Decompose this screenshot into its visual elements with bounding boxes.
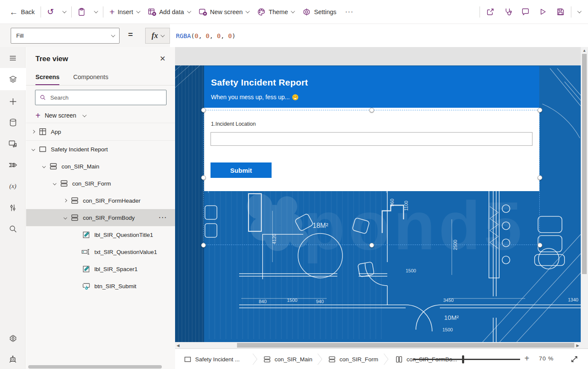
app-subtitle-label[interactable]: When you mess up, fess up... <box>211 94 298 100</box>
rail-insert-button[interactable] <box>0 90 26 112</box>
theme-button[interactable]: Theme <box>253 0 298 24</box>
item-more-button[interactable]: ··· <box>159 214 175 221</box>
tree-view-layers-icon <box>9 75 18 84</box>
submit-button[interactable]: Submit <box>211 162 272 178</box>
formula-token: 0 <box>228 32 232 39</box>
share-button[interactable] <box>482 0 499 24</box>
container-icon <box>328 355 336 363</box>
tree-item-con-sir-formheader[interactable]: con_SIR_FormHeader <box>26 192 175 209</box>
vertical-scrollbar-thumb[interactable] <box>582 54 587 274</box>
dim-label: 840 <box>259 299 266 304</box>
tree-item-con-sir-main[interactable]: con_SIR_Main <box>26 158 175 175</box>
selection-handle-top-center[interactable] <box>369 108 374 112</box>
tab-components[interactable]: Components <box>73 74 108 86</box>
rail-advanced-tools-button[interactable] <box>0 197 26 219</box>
tree-search-box[interactable] <box>35 90 167 105</box>
back-button[interactable]: ← Back <box>0 0 39 24</box>
selection-handle-bottom-left[interactable] <box>201 243 206 248</box>
question-title-label[interactable]: 1.Incident Location <box>211 121 256 127</box>
selection-handle-bottom-center[interactable] <box>369 243 374 248</box>
app-form-body[interactable]: 1.Incident Location Submit <box>204 108 539 191</box>
tree-item-lbl-questiontitle1[interactable]: lbl_SIR_QuestionTitle1 <box>26 226 175 243</box>
comments-button[interactable] <box>517 0 534 24</box>
new-screen-tree-button[interactable]: + New screen <box>35 109 85 122</box>
tree-item-btn-submit[interactable]: btn_SIR_Submit <box>26 277 175 295</box>
more-commands-button[interactable]: ··· <box>341 0 358 24</box>
preview-play-button[interactable] <box>534 0 552 24</box>
breadcrumb-screen[interactable]: Safety Incident ... <box>184 349 240 369</box>
rail-settings-button[interactable] <box>0 327 26 349</box>
selection-handle-middle-right[interactable] <box>538 175 542 180</box>
breadcrumb-con-sir-main[interactable]: con_SIR_Main <box>263 349 313 369</box>
rail-virtual-agent-button[interactable] <box>0 348 26 369</box>
divider <box>103 6 103 18</box>
chevron-down-icon[interactable] <box>53 182 56 185</box>
chevron-down-icon[interactable] <box>42 165 46 168</box>
paste-button[interactable] <box>73 0 90 24</box>
tree-item-screen[interactable]: Safety Incident Report <box>26 141 175 158</box>
property-selector[interactable]: Fill <box>11 28 120 44</box>
scroll-up-arrow[interactable]: ▲ <box>581 48 588 53</box>
rail-search-button[interactable] <box>0 218 26 240</box>
tree-view-panel: Tree view ✕ Screens Components + New scr… <box>26 47 175 369</box>
zoom-slider-handle[interactable] <box>462 355 464 363</box>
tree-item-con-sir-formbody[interactable]: con_SIR_FormBody ··· <box>26 209 175 226</box>
add-data-button[interactable]: Add data <box>143 0 194 24</box>
scroll-right-arrow[interactable]: ▶ <box>575 343 581 348</box>
selection-handle-middle-left[interactable] <box>201 175 206 180</box>
tree-list: App Safety Incident Report con_SIR_Main … <box>26 123 175 295</box>
tab-screens[interactable]: Screens <box>35 74 59 86</box>
new-screen-button[interactable]: New screen <box>194 0 253 24</box>
label-icon <box>82 265 91 273</box>
app-screen[interactable]: pond5 <box>175 65 581 342</box>
chevron-down-icon <box>82 113 87 117</box>
question-value-input[interactable] <box>211 132 532 146</box>
chevron-right-icon[interactable] <box>32 130 35 133</box>
selection-handle-bottom-right[interactable] <box>538 243 542 248</box>
breadcrumb-con-sir-form[interactable]: con_SIR_Form <box>328 349 378 369</box>
hamburger-menu-button[interactable] <box>0 47 26 69</box>
fx-dropdown[interactable]: fx <box>145 28 170 44</box>
tree-item-lbl-spacer1[interactable]: lbl_SIR_Spacer1 <box>26 260 175 277</box>
app-title-label[interactable]: Safety Incident Report <box>211 77 308 88</box>
chevron-down-icon[interactable] <box>64 216 67 219</box>
tree-panel-horizontal-scrollbar[interactable] <box>28 365 162 369</box>
zoom-slider-track[interactable] <box>413 359 520 360</box>
formula-input[interactable]: RGBA(0, 0, 0, 0) <box>170 24 588 47</box>
undo-menu-button[interactable] <box>58 0 70 24</box>
selection-handle-top-left[interactable] <box>201 108 206 112</box>
zoom-in-button[interactable]: + <box>524 354 529 363</box>
horizontal-scrollbar[interactable]: ◀ ▶ <box>175 342 581 348</box>
save-button[interactable] <box>552 0 569 24</box>
horizontal-scrollbar-thumb[interactable] <box>237 343 574 348</box>
rail-data-button[interactable] <box>0 111 26 133</box>
search-input[interactable] <box>50 94 162 101</box>
fit-to-window-icon[interactable] <box>570 355 579 363</box>
chevron-right-icon[interactable] <box>64 199 67 202</box>
save-menu-button[interactable] <box>573 0 588 24</box>
zoom-percentage[interactable]: 70 % <box>539 355 554 362</box>
vertical-scrollbar[interactable]: ▲ ▼ <box>581 47 588 348</box>
tree-item-txt-questionvalue1[interactable]: txt_SIR_QuestionValue1 <box>26 243 175 260</box>
app-checker-button[interactable] <box>499 0 517 24</box>
rail-variables-button[interactable]: (x) <box>0 175 26 197</box>
settings-button[interactable]: Settings <box>298 0 340 24</box>
tree-item-label: btn_SIR_Submit <box>94 283 136 289</box>
rail-tree-view-button[interactable] <box>0 68 26 90</box>
undo-button[interactable]: ↺ <box>43 0 58 24</box>
app-form-header[interactable]: Safety Incident Report When you mess up,… <box>204 66 539 108</box>
tree-item-con-sir-form[interactable]: con_SIR_Form <box>26 175 175 192</box>
close-panel-button[interactable]: ✕ <box>160 54 166 63</box>
scroll-left-arrow[interactable]: ◀ <box>175 343 181 348</box>
tree-item-app[interactable]: App <box>26 123 175 140</box>
rail-media-button[interactable] <box>0 133 26 155</box>
chevron-down-icon[interactable] <box>32 148 35 151</box>
selection-handle-top-right[interactable] <box>538 108 542 112</box>
insert-button[interactable]: + Insert <box>105 0 143 24</box>
breadcrumb-label: con_SIR_Main <box>275 356 313 363</box>
paste-menu-button[interactable] <box>90 0 101 24</box>
dim-label: 940 <box>316 299 324 304</box>
theme-label: Theme <box>269 9 288 15</box>
rail-power-automate-button[interactable] <box>0 154 26 176</box>
robot-icon <box>8 355 18 364</box>
